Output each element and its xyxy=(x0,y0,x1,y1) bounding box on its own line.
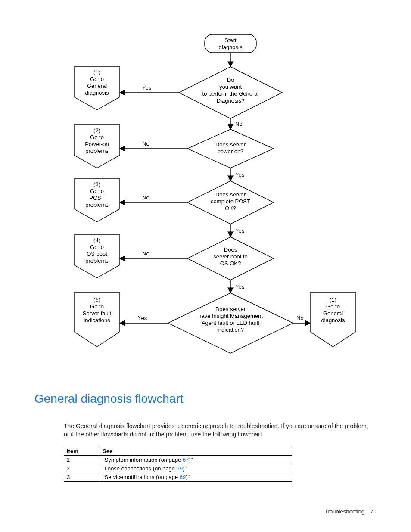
svg-text:Go to: Go to xyxy=(326,303,340,310)
svg-text:diagnosis: diagnosis xyxy=(321,317,345,324)
ref-1: (1) xyxy=(93,69,100,75)
table-row: 1 "Symptom information (on page 67)" xyxy=(64,456,292,464)
svg-text:to perform the General: to perform the General xyxy=(202,90,259,97)
ref-2: (2) xyxy=(93,127,100,134)
col-see: See xyxy=(100,447,292,456)
edge-no-1: No xyxy=(235,121,243,127)
edge-yes-3: Yes xyxy=(235,227,245,234)
section-description: The General diagnosis flowchart provides… xyxy=(64,422,372,439)
svg-text:Go to: Go to xyxy=(90,244,104,250)
start-node: Start xyxy=(224,37,237,44)
svg-text:POST: POST xyxy=(89,195,104,201)
svg-text:problems: problems xyxy=(85,202,109,208)
see-cell: "Loose connections (on page 69)" xyxy=(100,464,292,473)
footer-page-number: 71 xyxy=(371,508,377,515)
svg-text:server boot to: server boot to xyxy=(213,253,248,260)
svg-text:OS OK?: OS OK? xyxy=(220,260,241,267)
svg-text:Go to: Go to xyxy=(90,134,104,140)
svg-text:problems: problems xyxy=(85,258,109,264)
svg-text:diagnosis: diagnosis xyxy=(85,90,109,96)
decision-2: Does server xyxy=(215,141,246,148)
svg-text:power on?: power on? xyxy=(218,148,244,155)
edge-no-2: No xyxy=(142,140,149,147)
item-cell: 1 xyxy=(64,456,100,464)
edge-yes-5: Yes xyxy=(138,315,147,321)
edge-yes-4: Yes xyxy=(235,283,245,290)
svg-text:General: General xyxy=(323,310,343,317)
svg-text:diagnosis: diagnosis xyxy=(219,44,243,50)
decision-1: Do xyxy=(227,77,234,83)
edge-no-3: No xyxy=(142,194,149,201)
edge-yes-2: Yes xyxy=(235,171,245,178)
svg-text:Power-on: Power-on xyxy=(85,141,109,147)
page-link[interactable]: 69 xyxy=(180,474,186,480)
item-cell: 3 xyxy=(64,473,100,482)
page-link[interactable]: 67 xyxy=(183,457,189,463)
svg-text:Server fault: Server fault xyxy=(83,310,112,317)
svg-text:Diagnosis?: Diagnosis? xyxy=(217,97,244,104)
svg-text:indications: indications xyxy=(84,317,110,324)
svg-text:complete POST: complete POST xyxy=(211,198,250,205)
svg-text:Go to: Go to xyxy=(90,188,104,194)
table-row: 2 "Loose connections (on page 69)" xyxy=(64,464,292,473)
page-link[interactable]: 69 xyxy=(177,465,183,472)
reference-table: Item See 1 "Symptom information (on page… xyxy=(64,447,292,482)
svg-text:indication?: indication? xyxy=(217,327,244,333)
see-cell: "Symptom information (on page 67)" xyxy=(100,456,292,464)
col-item: Item xyxy=(64,447,100,456)
edge-no-4: No xyxy=(142,250,149,257)
document-page: Start diagnosis Do you want to perform t… xyxy=(0,0,411,532)
ref-3: (3) xyxy=(93,181,100,187)
svg-text:OK?: OK? xyxy=(225,205,236,212)
svg-text:OS boot: OS boot xyxy=(87,251,107,257)
svg-text:Go to: Go to xyxy=(90,76,104,82)
item-cell: 2 xyxy=(64,464,100,473)
svg-text:General: General xyxy=(87,83,107,89)
ref-1b: (1) xyxy=(330,296,336,303)
decision-4: Does xyxy=(224,246,237,253)
edge-yes-1: Yes xyxy=(142,84,152,91)
table-header-row: Item See xyxy=(64,447,292,456)
page-footer: Troubleshooting 71 xyxy=(324,508,377,515)
diagnosis-flowchart: Start diagnosis Do you want to perform t… xyxy=(34,26,379,370)
edge-no-5: No xyxy=(296,315,304,321)
decision-3: Does server xyxy=(215,191,246,198)
footer-section: Troubleshooting xyxy=(324,508,364,515)
decision-5: Does server xyxy=(215,306,246,312)
svg-text:you want: you want xyxy=(219,84,242,90)
svg-text:have Insight Management: have Insight Management xyxy=(198,313,263,319)
ref-5: (5) xyxy=(93,296,100,303)
ref-4: (4) xyxy=(93,237,100,243)
svg-text:Go to: Go to xyxy=(90,303,104,310)
see-cell: "Service notifications (on page 69)" xyxy=(100,473,292,482)
table-row: 3 "Service notifications (on page 69)" xyxy=(64,473,292,482)
svg-text:Agent fault or LED fault: Agent fault or LED fault xyxy=(202,320,260,326)
svg-text:problems: problems xyxy=(85,148,109,154)
section-heading: General diagnosis flowchart xyxy=(34,392,184,406)
